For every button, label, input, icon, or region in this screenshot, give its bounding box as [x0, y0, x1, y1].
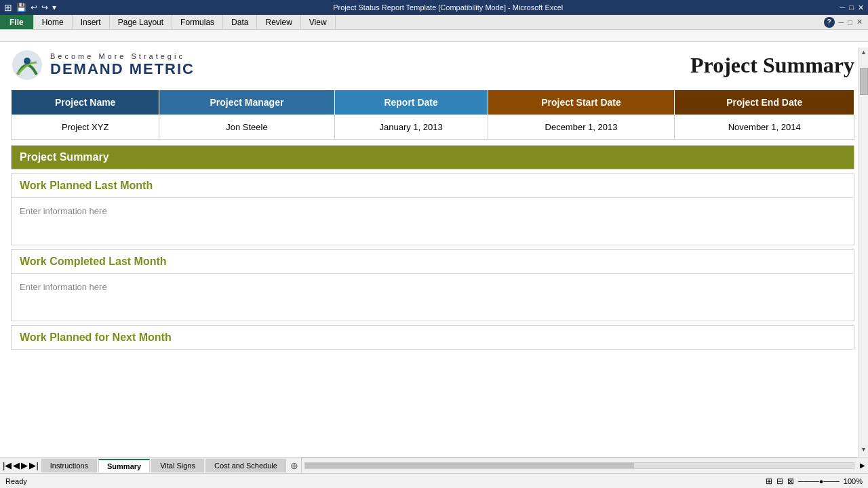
help-icon[interactable]: ?	[824, 17, 835, 28]
col-header-start: Project Start Date	[488, 90, 675, 115]
project-summary-section: Project Summary	[11, 145, 854, 169]
quick-access-toolbar[interactable]: ⊞ 💾 ↩ ↪ ▾	[4, 2, 56, 13]
undo-icon[interactable]: ↩	[31, 3, 37, 12]
page-layout-icon[interactable]: ⊟	[776, 476, 783, 486]
sheet-tabs: Instructions Summary Vital Signs Cost an…	[41, 459, 301, 472]
tab-cost-schedule[interactable]: Cost and Schedule	[205, 459, 286, 472]
status-left: Ready	[5, 477, 27, 485]
work-completed-section: Work Completed Last Month Enter informat…	[11, 249, 854, 321]
sheet-tabs-area: |◀ ◀ ▶ ▶| Instructions Summary Vital Sig…	[0, 457, 868, 473]
window-title: Project Status Report Template [Compatib…	[56, 3, 840, 12]
project-table: Project Name Project Manager Report Date…	[11, 89, 854, 140]
tab-view[interactable]: View	[301, 15, 336, 29]
scroll-right-btn[interactable]: ▶	[857, 462, 868, 469]
redo-icon[interactable]: ↪	[41, 3, 48, 12]
tab-data[interactable]: Data	[223, 15, 257, 29]
ribbon-minimize-icon[interactable]: ─	[839, 18, 844, 26]
cell-manager[interactable]: Jon Steele	[159, 115, 334, 140]
work-planned-body[interactable]: Enter information here	[11, 198, 854, 245]
sheet-nav-buttons[interactable]: |◀ ◀ ▶ ▶|	[0, 460, 41, 470]
table-row: Project XYZ Jon Steele January 1, 2013 D…	[12, 115, 854, 140]
work-planned-section: Work Planned Last Month Enter informatio…	[11, 174, 854, 245]
svg-point-1	[24, 58, 31, 64]
ribbon-content	[0, 30, 868, 42]
tab-page-layout[interactable]: Page Layout	[110, 15, 172, 29]
scroll-thumb[interactable]	[860, 68, 868, 95]
tab-file[interactable]: File	[0, 15, 34, 29]
header-row: Become More Strategic Demand Metric Proj…	[11, 49, 854, 81]
col-header-report: Report Date	[334, 90, 488, 115]
logo-text-area: Become More Strategic Demand Metric	[50, 52, 195, 78]
page-break-icon[interactable]: ⊠	[787, 476, 794, 486]
work-completed-body[interactable]: Enter information here	[11, 274, 854, 321]
work-next-section: Work Planned for Next Month	[11, 325, 854, 350]
cell-end-date[interactable]: November 1, 2014	[675, 115, 854, 140]
minimize-button[interactable]: ─	[840, 3, 846, 12]
ribbon-tabs: File Home Insert Page Layout Formulas Da…	[0, 15, 868, 30]
tab-vital-signs[interactable]: Vital Signs	[151, 459, 204, 472]
sheet-nav-prev[interactable]: ◀	[13, 460, 20, 470]
sheet-nav-next[interactable]: ▶	[21, 460, 28, 470]
zoom-slider[interactable]: ────●───	[798, 477, 840, 485]
col-header-name: Project Name	[12, 90, 159, 115]
save-icon[interactable]: 💾	[16, 3, 26, 12]
logo-tagline: Become More Strategic	[50, 52, 195, 60]
ribbon-expand-icon[interactable]: □	[848, 18, 852, 26]
title-bar: ⊞ 💾 ↩ ↪ ▾ Project Status Report Template…	[0, 0, 868, 15]
maximize-button[interactable]: □	[849, 3, 854, 12]
tab-instructions[interactable]: Instructions	[41, 459, 97, 472]
scroll-bar-right: ▲ ▼	[859, 47, 868, 457]
work-planned-title: Work Planned Last Month	[11, 174, 854, 198]
window-controls[interactable]: ─ □ ✕	[840, 3, 864, 12]
excel-icon: ⊞	[4, 2, 12, 13]
logo-area: Become More Strategic Demand Metric	[11, 49, 195, 81]
status-right: ⊞ ⊟ ⊠ ────●─── 100%	[766, 476, 863, 486]
tab-review[interactable]: Review	[257, 15, 300, 29]
tab-home[interactable]: Home	[34, 15, 73, 29]
logo-name: Demand Metric	[50, 60, 195, 78]
logo-icon	[11, 49, 43, 81]
sheet-nav-first[interactable]: |◀	[3, 460, 12, 470]
tab-formulas[interactable]: Formulas	[172, 15, 223, 29]
work-next-title: Work Planned for Next Month	[11, 325, 854, 350]
sheet-nav-last[interactable]: ▶|	[29, 460, 38, 470]
content-area: Become More Strategic Demand Metric Proj…	[0, 42, 868, 357]
col-header-end: Project End Date	[675, 90, 854, 115]
cell-report-date[interactable]: January 1, 2013	[334, 115, 488, 140]
ribbon-close-icon[interactable]: ✕	[856, 18, 863, 26]
scroll-up-button[interactable]: ▲	[859, 47, 868, 57]
cell-project-name[interactable]: Project XYZ	[12, 115, 159, 140]
zoom-level: 100%	[844, 477, 863, 485]
cell-start-date[interactable]: December 1, 2013	[488, 115, 675, 140]
tab-summary[interactable]: Summary	[98, 459, 150, 472]
scroll-down-button[interactable]: ▼	[859, 445, 868, 454]
normal-view-icon[interactable]: ⊞	[766, 476, 772, 486]
status-bar: Ready ⊞ ⊟ ⊠ ────●─── 100%	[0, 473, 868, 488]
col-header-manager: Project Manager	[159, 90, 334, 115]
page-title: Project Summary	[690, 53, 854, 78]
work-completed-title: Work Completed Last Month	[11, 249, 854, 274]
insert-sheet-icon[interactable]: ⊕	[290, 460, 298, 471]
ready-status: Ready	[5, 477, 27, 485]
close-button[interactable]: ✕	[858, 3, 864, 12]
tab-insert[interactable]: Insert	[73, 15, 110, 29]
